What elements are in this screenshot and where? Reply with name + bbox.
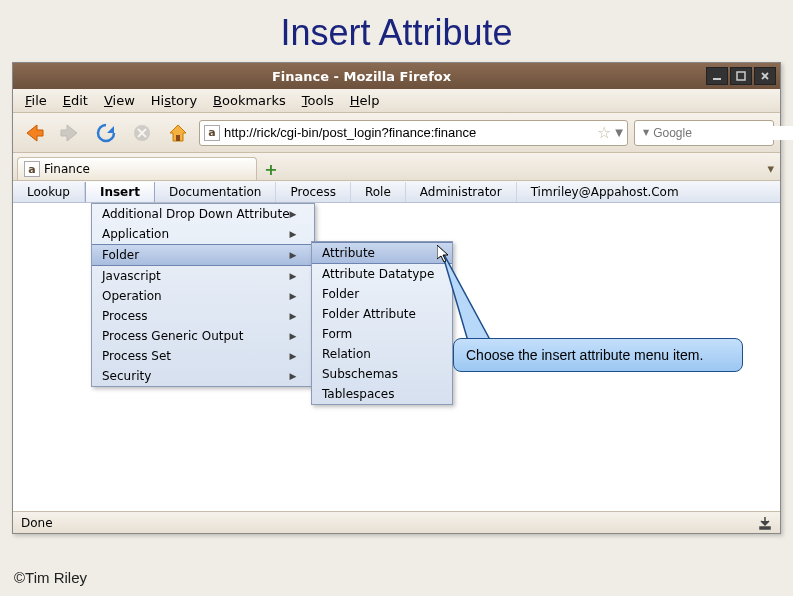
- nav-role[interactable]: Role: [351, 182, 406, 202]
- svg-rect-0: [713, 78, 721, 80]
- menu-javascript[interactable]: Javascript▶: [92, 266, 314, 286]
- menu-process[interactable]: Process▶: [92, 306, 314, 326]
- app-nav: Lookup Insert Documentation Process Role…: [13, 181, 780, 203]
- window-title: Finance - Mozilla Firefox: [17, 69, 706, 84]
- tab-label: Finance: [44, 162, 90, 176]
- stop-button[interactable]: [127, 118, 157, 148]
- menu-bookmarks[interactable]: Bookmarks: [205, 91, 294, 110]
- nav-process[interactable]: Process: [276, 182, 351, 202]
- callout-text: Choose the insert attribute menu item.: [466, 347, 703, 363]
- window-titlebar: Finance - Mozilla Firefox: [13, 63, 780, 89]
- minimize-button[interactable]: [706, 67, 728, 85]
- chevron-right-icon: ▶: [290, 250, 297, 260]
- home-button[interactable]: [163, 118, 193, 148]
- chevron-right-icon: ▶: [290, 371, 297, 381]
- content-area: Additional Drop Down Attribute▶ Applicat…: [13, 203, 780, 511]
- menu-view[interactable]: View: [96, 91, 143, 110]
- menu-additional-drop-down-attribute[interactable]: Additional Drop Down Attribute▶: [92, 204, 314, 224]
- nav-documentation[interactable]: Documentation: [155, 182, 277, 202]
- search-input[interactable]: [653, 126, 793, 140]
- nav-lookup[interactable]: Lookup: [13, 182, 85, 202]
- tab-favicon: a: [24, 161, 40, 177]
- chevron-right-icon: ▶: [290, 271, 297, 281]
- svg-rect-1: [737, 72, 745, 80]
- site-favicon: a: [204, 125, 220, 141]
- window-controls: [706, 67, 776, 85]
- nav-user[interactable]: Timriley@Appahost.Com: [519, 182, 691, 202]
- menu-process-generic-output[interactable]: Process Generic Output▶: [92, 326, 314, 346]
- menu-tools[interactable]: Tools: [294, 91, 342, 110]
- submenu-attribute[interactable]: Attribute: [312, 242, 452, 264]
- chevron-right-icon: ▶: [290, 331, 297, 341]
- menu-process-set[interactable]: Process Set▶: [92, 346, 314, 366]
- status-text: Done: [21, 516, 53, 530]
- browser-window: Finance - Mozilla Firefox File Edit View…: [12, 62, 781, 534]
- search-bar[interactable]: ▼: [634, 120, 774, 146]
- chevron-right-icon: ▶: [290, 291, 297, 301]
- insert-dropdown: Additional Drop Down Attribute▶ Applicat…: [91, 203, 315, 387]
- back-button[interactable]: [19, 118, 49, 148]
- browser-menubar: File Edit View History Bookmarks Tools H…: [13, 89, 780, 113]
- browser-toolbar: a ☆ ▼ ▼: [13, 113, 780, 153]
- submenu-folder[interactable]: Folder: [312, 284, 452, 304]
- chevron-right-icon: ▶: [290, 311, 297, 321]
- submenu-relation[interactable]: Relation: [312, 344, 452, 364]
- search-dropdown-icon[interactable]: ▼: [643, 128, 649, 137]
- chevron-right-icon: ▶: [290, 351, 297, 361]
- submenu-attribute-datatype[interactable]: Attribute Datatype: [312, 264, 452, 284]
- submenu-subschemas[interactable]: Subschemas: [312, 364, 452, 384]
- tab-bar: a Finance + ▾: [13, 153, 780, 181]
- reload-button[interactable]: [91, 118, 121, 148]
- menu-file[interactable]: File: [17, 91, 55, 110]
- forward-button[interactable]: [55, 118, 85, 148]
- url-dropdown-icon[interactable]: ▼: [615, 127, 623, 138]
- menu-operation[interactable]: Operation▶: [92, 286, 314, 306]
- menu-application[interactable]: Application▶: [92, 224, 314, 244]
- menu-help[interactable]: Help: [342, 91, 388, 110]
- submenu-form[interactable]: Form: [312, 324, 452, 344]
- copyright: ©Tim Riley: [14, 569, 87, 586]
- tab-list-button[interactable]: ▾: [767, 161, 774, 176]
- instruction-callout: Choose the insert attribute menu item.: [453, 338, 743, 372]
- nav-administrator[interactable]: Administrator: [406, 182, 517, 202]
- submenu-tablespaces[interactable]: Tablespaces: [312, 384, 452, 404]
- menu-history[interactable]: History: [143, 91, 205, 110]
- svg-rect-7: [176, 135, 180, 141]
- menu-security[interactable]: Security▶: [92, 366, 314, 386]
- new-tab-button[interactable]: +: [261, 160, 281, 178]
- submenu-folder-attribute[interactable]: Folder Attribute: [312, 304, 452, 324]
- folder-submenu: Attribute Attribute Datatype Folder Fold…: [311, 241, 453, 405]
- download-icon[interactable]: [758, 516, 772, 530]
- menu-edit[interactable]: Edit: [55, 91, 96, 110]
- chevron-right-icon: ▶: [290, 209, 297, 219]
- menu-folder[interactable]: Folder▶: [92, 244, 314, 266]
- slide-title: Insert Attribute: [0, 0, 793, 58]
- url-bar[interactable]: a ☆ ▼: [199, 120, 628, 146]
- tab-finance[interactable]: a Finance: [17, 157, 257, 180]
- status-bar: Done: [13, 511, 780, 533]
- url-input[interactable]: [224, 125, 593, 140]
- chevron-right-icon: ▶: [290, 229, 297, 239]
- nav-insert[interactable]: Insert: [85, 182, 155, 202]
- bookmark-star-icon[interactable]: ☆: [597, 123, 611, 142]
- close-button[interactable]: [754, 67, 776, 85]
- maximize-button[interactable]: [730, 67, 752, 85]
